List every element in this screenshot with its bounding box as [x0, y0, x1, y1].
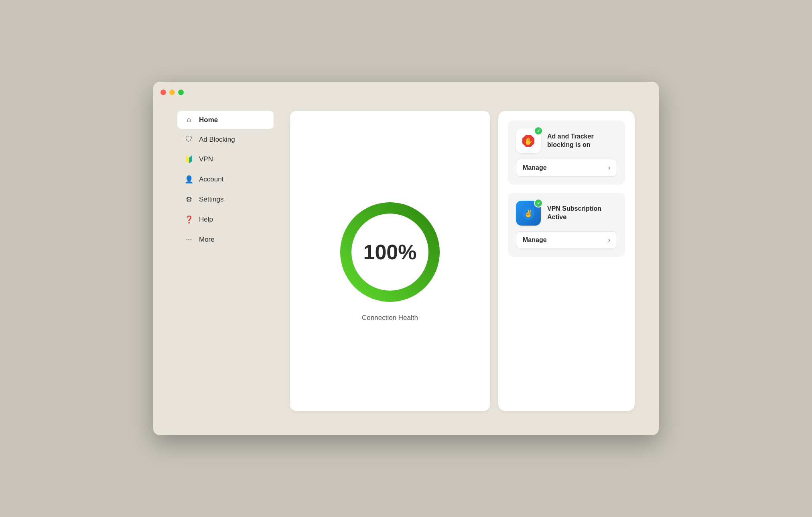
- ad-tracker-status-text: Ad and Tracker blocking is on: [547, 132, 617, 149]
- connection-health-label: Connection Health: [362, 314, 418, 322]
- settings-icon: ⚙: [185, 195, 193, 204]
- sidebar-item-ad-blocking[interactable]: 🛡 Ad Blocking: [177, 130, 274, 149]
- vpn-icon: 🔰: [185, 155, 193, 164]
- main-content: 100% Connection Health ✋: [274, 103, 635, 411]
- sidebar-item-help-label: Help: [199, 216, 213, 224]
- connection-health-percentage: 100%: [363, 240, 417, 264]
- sidebar: ⌂ Home 🛡 Ad Blocking 🔰 VPN 👤 Account ⚙ S…: [177, 103, 274, 411]
- ad-tracker-status-badge: [534, 126, 543, 135]
- sidebar-item-settings[interactable]: ⚙ Settings: [177, 190, 274, 209]
- ad-tracker-status-card: ✋ Ad and Tracker blocking is on Manage ›: [508, 120, 625, 185]
- sidebar-item-home[interactable]: ⌂ Home: [177, 111, 274, 129]
- vpn-icon-wrap: ✌️: [516, 201, 541, 226]
- sidebar-item-more[interactable]: ··· More: [177, 230, 274, 248]
- sidebar-item-vpn[interactable]: 🔰 VPN: [177, 150, 274, 169]
- vpn-shield-icon: ✌️: [521, 206, 536, 221]
- sidebar-item-ad-blocking-label: Ad Blocking: [199, 136, 235, 144]
- donut-chart: 100%: [338, 200, 442, 304]
- sidebar-item-settings-label: Settings: [199, 195, 223, 204]
- ad-blocking-icon: 🛡: [185, 135, 193, 144]
- ad-tracker-manage-button[interactable]: Manage ›: [516, 159, 617, 177]
- vpn-status-card: ✌️ VPN Subscription Active Manage ›: [508, 193, 625, 257]
- ad-tracker-icon-wrap: ✋: [516, 128, 541, 153]
- more-icon: ···: [185, 235, 193, 244]
- window-body: ⌂ Home 🛡 Ad Blocking 🔰 VPN 👤 Account ⚙ S…: [153, 103, 659, 435]
- minimize-button[interactable]: [169, 90, 175, 95]
- vpn-chevron-icon: ›: [608, 236, 610, 244]
- traffic-lights: [160, 90, 184, 95]
- vpn-status-badge: [534, 199, 543, 208]
- sidebar-item-vpn-label: VPN: [199, 155, 213, 163]
- vpn-manage-label: Manage: [523, 236, 547, 244]
- app-window: ⌂ Home 🛡 Ad Blocking 🔰 VPN 👤 Account ⚙ S…: [153, 82, 659, 435]
- home-icon: ⌂: [185, 116, 193, 124]
- ad-tracker-card-top: ✋ Ad and Tracker blocking is on: [516, 128, 617, 153]
- vpn-status-text: VPN Subscription Active: [547, 205, 617, 222]
- account-icon: 👤: [185, 175, 193, 184]
- svg-text:✌️: ✌️: [524, 209, 533, 218]
- title-bar: [153, 82, 659, 103]
- svg-text:✋: ✋: [524, 137, 533, 146]
- connection-health-card: 100% Connection Health: [290, 111, 490, 411]
- help-icon: ❓: [185, 215, 193, 224]
- sidebar-item-help[interactable]: ❓ Help: [177, 210, 274, 229]
- sidebar-item-home-label: Home: [199, 116, 218, 124]
- ad-blocking-stop-icon: ✋: [521, 133, 536, 149]
- sidebar-item-more-label: More: [199, 236, 215, 244]
- sidebar-item-account[interactable]: 👤 Account: [177, 170, 274, 189]
- ad-tracker-manage-label: Manage: [523, 164, 547, 171]
- vpn-card-top: ✌️ VPN Subscription Active: [516, 201, 617, 226]
- maximize-button[interactable]: [178, 90, 184, 95]
- vpn-manage-button[interactable]: Manage ›: [516, 231, 617, 249]
- ad-tracker-chevron-icon: ›: [608, 164, 610, 171]
- right-panel: ✋ Ad and Tracker blocking is on Manage ›: [498, 111, 635, 411]
- close-button[interactable]: [160, 90, 166, 95]
- sidebar-item-account-label: Account: [199, 175, 223, 183]
